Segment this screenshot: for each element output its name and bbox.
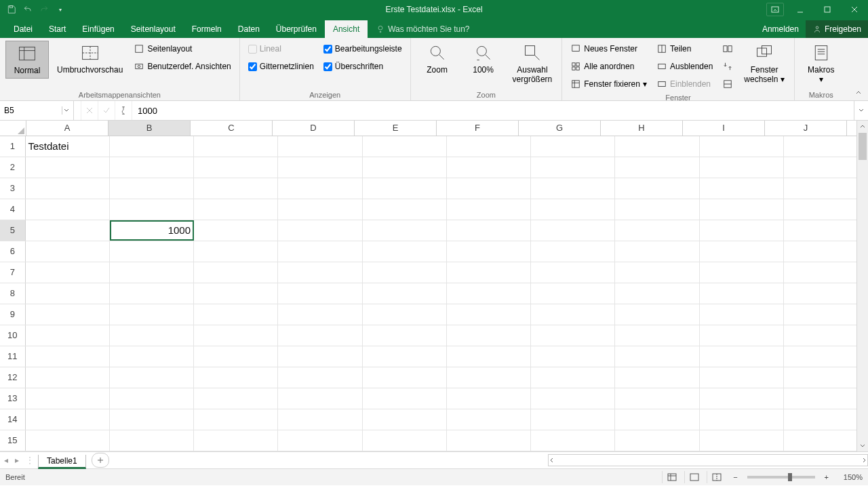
cell[interactable] (447, 178, 531, 199)
cell[interactable] (363, 283, 447, 304)
cell[interactable] (110, 262, 194, 283)
new-window-button[interactable]: Neues Fenster (568, 41, 650, 57)
cell[interactable] (26, 199, 110, 220)
zoom-100-button[interactable]: 100% (462, 41, 505, 77)
cell[interactable] (784, 199, 868, 220)
cell[interactable] (363, 430, 447, 451)
cell[interactable] (615, 409, 699, 430)
cell[interactable] (615, 346, 699, 367)
tab-insert[interactable]: Einfügen (74, 20, 122, 38)
cell[interactable] (194, 178, 278, 199)
check-headings[interactable]: Überschriften (321, 58, 405, 75)
cell[interactable] (363, 136, 447, 157)
cell[interactable] (110, 199, 194, 220)
cell[interactable] (784, 430, 868, 451)
cell[interactable] (363, 241, 447, 262)
cell[interactable] (26, 241, 110, 262)
cell[interactable] (700, 178, 784, 199)
horizontal-scrollbar[interactable] (548, 454, 868, 466)
column-header[interactable]: B (108, 121, 191, 136)
cell[interactable] (447, 157, 531, 178)
cell[interactable] (447, 241, 531, 262)
cell[interactable] (26, 220, 110, 241)
cell[interactable] (531, 157, 615, 178)
cell[interactable] (110, 157, 194, 178)
row-header[interactable]: 9 (0, 304, 26, 325)
name-box[interactable]: B5 (0, 101, 74, 120)
cell[interactable] (531, 241, 615, 262)
tab-formulas[interactable]: Formeln (184, 20, 230, 38)
cell[interactable] (615, 304, 699, 325)
cell[interactable] (700, 430, 784, 451)
cell[interactable] (110, 283, 194, 304)
cell[interactable] (194, 346, 278, 367)
sheet-next-icon[interactable]: ▸ (15, 455, 19, 465)
cell[interactable] (447, 367, 531, 388)
cell[interactable] (447, 430, 531, 451)
cell[interactable] (615, 325, 699, 346)
signin-button[interactable]: Anmelden (755, 20, 806, 38)
cell[interactable] (363, 262, 447, 283)
arrange-all-button[interactable]: Alle anordnen (568, 58, 650, 75)
row-header[interactable]: 8 (0, 283, 26, 304)
row-header[interactable]: 11 (0, 346, 26, 367)
column-header[interactable]: F (437, 121, 519, 136)
cell[interactable] (531, 325, 615, 346)
insert-function-icon[interactable] (115, 101, 132, 120)
close-icon[interactable] (841, 0, 868, 19)
cell[interactable] (363, 157, 447, 178)
cell[interactable] (615, 178, 699, 199)
tab-file[interactable]: Datei (5, 20, 41, 38)
cell[interactable] (784, 178, 868, 199)
cell[interactable] (278, 304, 362, 325)
cell[interactable] (531, 262, 615, 283)
cell[interactable] (447, 136, 531, 157)
row-header[interactable]: 13 (0, 388, 26, 409)
cell[interactable] (110, 136, 194, 157)
split-button[interactable]: Teilen (654, 41, 715, 57)
cell[interactable] (194, 199, 278, 220)
row-header[interactable]: 7 (0, 262, 26, 283)
cell[interactable] (700, 136, 784, 157)
cell[interactable] (278, 178, 362, 199)
reset-position-button[interactable] (719, 76, 736, 92)
cell[interactable] (278, 199, 362, 220)
cell[interactable] (784, 241, 868, 262)
cell[interactable] (278, 283, 362, 304)
cell[interactable] (784, 325, 868, 346)
row-header[interactable]: 1 (0, 136, 26, 157)
pagebreak-view-icon[interactable] (707, 471, 726, 483)
cell[interactable] (700, 199, 784, 220)
cell[interactable] (278, 325, 362, 346)
cell[interactable] (110, 241, 194, 262)
cell[interactable] (363, 409, 447, 430)
cell[interactable] (447, 220, 531, 241)
minimize-icon[interactable] (787, 0, 814, 19)
cell[interactable] (363, 367, 447, 388)
column-header[interactable]: G (519, 121, 601, 136)
cell[interactable] (26, 262, 110, 283)
cell[interactable] (26, 178, 110, 199)
cell[interactable] (784, 346, 868, 367)
cell[interactable] (531, 136, 615, 157)
zoom-level[interactable]: 150% (835, 473, 863, 481)
cell[interactable] (110, 325, 194, 346)
add-sheet-button[interactable] (92, 453, 109, 468)
check-formulabar[interactable]: Bearbeitungsleiste (321, 41, 405, 57)
cell[interactable] (363, 325, 447, 346)
ribbon-display-options-icon[interactable] (766, 3, 784, 16)
name-box-dropdown-icon[interactable] (62, 106, 71, 115)
freeze-panes-button[interactable]: Fenster fixieren ▾ (568, 76, 650, 92)
cell[interactable] (363, 178, 447, 199)
sheet-tab[interactable]: Tabelle1 (38, 455, 86, 469)
cell[interactable] (110, 388, 194, 409)
cell[interactable] (194, 241, 278, 262)
zoom-slider[interactable] (747, 476, 815, 479)
cell[interactable] (447, 262, 531, 283)
cell[interactable] (26, 346, 110, 367)
view-custom-button[interactable]: Benutzerdef. Ansichten (131, 58, 233, 75)
scroll-right-icon[interactable] (862, 455, 867, 466)
cell[interactable] (194, 262, 278, 283)
cell[interactable] (700, 367, 784, 388)
expand-formula-bar-icon[interactable] (854, 101, 868, 120)
